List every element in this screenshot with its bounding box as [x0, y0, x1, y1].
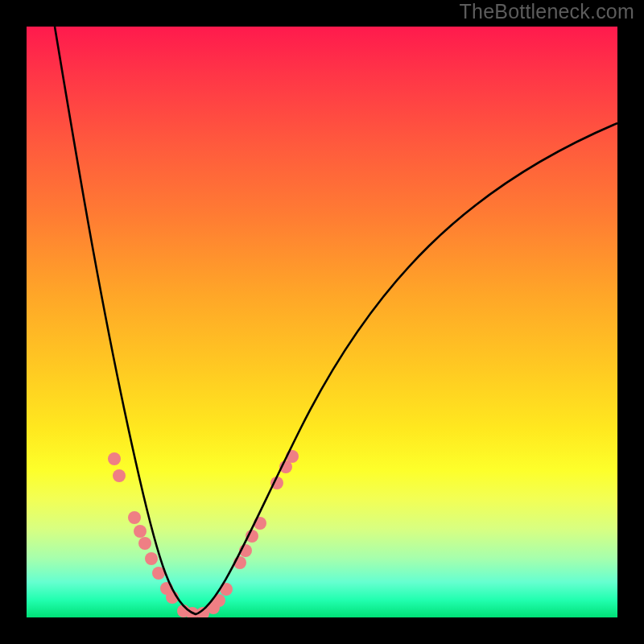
- dot: [128, 511, 141, 524]
- bottleneck-curve-svg: [27, 27, 617, 617]
- gradient-plot-area: [27, 27, 617, 617]
- dot: [113, 469, 126, 482]
- dot: [145, 552, 158, 565]
- dot: [138, 537, 151, 550]
- data-dot-group: [108, 450, 299, 617]
- dot: [108, 452, 121, 465]
- dot: [134, 525, 147, 538]
- watermark-text: TheBottleneck.com: [460, 0, 634, 23]
- chart-frame: TheBottleneck.com: [0, 0, 644, 644]
